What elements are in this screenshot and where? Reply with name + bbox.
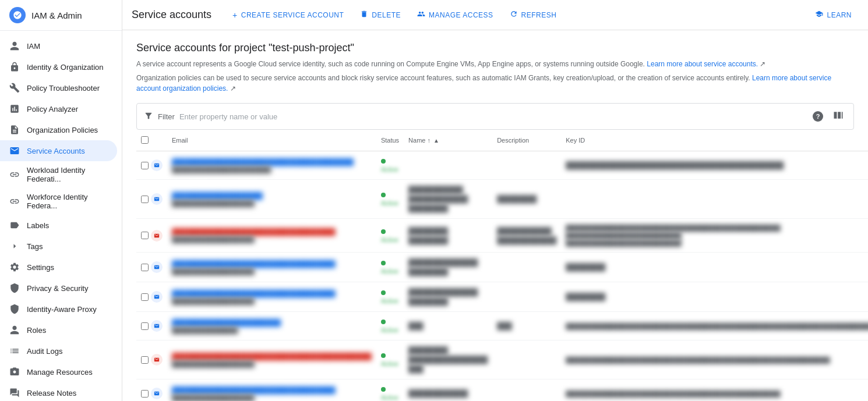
status-dot [381,261,386,265]
row-checkbox[interactable] [141,390,149,398]
sidebar-item-label: Audit Logs [27,347,62,356]
external-link2-icon: ↗ [230,84,236,93]
row-status: Active [376,253,404,282]
sidebar-item-identity-aware-proxy[interactable]: Identity-Aware Proxy [0,299,117,320]
manage-access-button[interactable]: MANAGE ACCESS [410,6,500,23]
sidebar-item-label: Release Notes [27,389,76,398]
select-all-checkbox[interactable] [141,136,149,144]
sidebar-item-label: Identity-Aware Proxy [27,305,97,314]
row-checkbox[interactable] [141,293,149,301]
row-email[interactable]: ████████████████████████████████████ ███… [167,379,376,402]
row-avatar [151,291,163,303]
table-row: ████████████████████████████████████ ███… [136,282,868,312]
status-label: Active [381,268,398,275]
status-dot [381,387,386,392]
row-email[interactable]: ████████████████████████████████████ ███… [167,253,376,282]
row-checkbox[interactable] [141,196,149,203]
delete-button[interactable]: DELETE [353,6,408,23]
row-checkbox-cell [136,379,167,402]
sidebar-item-roles[interactable]: Roles [0,320,117,340]
sidebar-item-release-notes[interactable]: Release Notes [0,382,117,401]
refresh-button[interactable]: REFRESH [503,6,564,23]
description-icon [9,125,20,135]
sidebar-item-labels[interactable]: Labels [0,215,117,236]
sidebar-item-label: Workforce Identity Federa... [27,193,108,210]
row-checkbox[interactable] [141,356,149,364]
sidebar-item-workforce-identity[interactable]: Workforce Identity Federa... [0,188,117,215]
sidebar-item-privacy-security[interactable]: Privacy & Security [0,278,117,299]
link2-icon [9,196,20,207]
sidebar-item-settings[interactable]: Settings [0,257,117,278]
sidebar-item-audit-logs[interactable]: Audit Logs [0,340,117,361]
row-email[interactable]: ████████████████████████████████████ ███… [167,219,376,253]
row-name: ███████████ ████████████ ████████ [404,180,492,219]
sidebar-item-identity-org[interactable]: Identity & Organization [0,56,117,77]
th-name[interactable]: Name ↑ ▲ [404,130,492,151]
columns-icon [832,109,844,123]
row-name: ████████████ [404,379,492,402]
row-email[interactable]: ████████████████████████ ███████████████… [167,312,376,340]
sidebar-item-org-policies[interactable]: Organization Policies [0,119,117,140]
app-title: IAM & Admin [31,10,82,20]
sidebar-item-service-accounts[interactable]: Service Accounts [0,140,117,161]
sidebar-item-iam[interactable]: IAM [0,36,117,56]
row-name: ███ [404,312,492,340]
plus-icon: + [232,10,238,20]
school-icon [815,10,823,20]
row-email[interactable]: ████████████████████████████████████ ███… [167,282,376,312]
org-description: Organization policies can be used to sec… [136,73,854,94]
learn-button[interactable]: LEARN [808,6,859,23]
row-checkbox[interactable] [141,322,149,330]
learn-more-service-accounts-link[interactable]: Learn more about service accounts. [647,60,758,68]
sidebar-nav: IAM Identity & Organization Policy Troub… [0,31,122,401]
filter-icon [144,111,153,122]
sidebar-item-workload-identity[interactable]: Workload Identity Federati... [0,161,117,188]
manage-icon [417,10,425,20]
label-icon [9,220,20,230]
create-service-account-button[interactable]: + CREATE SERVICE ACCOUNT [225,7,351,23]
delete-button-label: DELETE [372,11,401,19]
status-dot [381,193,386,197]
table-row: ████████████████████████████████████ ███… [136,379,868,402]
status-dot [381,159,386,164]
row-status: Active [376,312,404,340]
row-checkbox[interactable] [141,232,149,239]
row-checkbox[interactable] [141,264,149,271]
row-description: ███████████ ████████████ [492,219,561,253]
status-label: Active [381,360,398,367]
row-avatar [151,388,163,399]
row-checkbox[interactable] [141,162,149,169]
filter-input[interactable] [179,112,806,121]
sidebar-item-label: Privacy & Security [27,284,88,293]
row-avatar [151,193,163,205]
row-checkbox-cell [136,219,167,253]
row-name [404,151,492,180]
table-container: Email Status Name ↑ ▲ Description [136,130,854,401]
help-button[interactable]: ? [810,109,825,124]
sidebar-header: IAM & Admin [0,0,122,31]
row-name: ████████ ████████ [404,219,492,253]
sidebar-item-label: Organization Policies [27,126,98,134]
row-status: Active [376,340,404,379]
row-email[interactable]: ████████████████████████████████████████… [167,151,376,180]
sidebar-item-tags[interactable]: Tags [0,236,117,257]
manage-access-label: MANAGE ACCESS [429,11,493,19]
status-label: Active [381,327,398,333]
content-title: Service accounts for project "test-push-… [136,42,854,54]
th-email[interactable]: Email [167,130,376,151]
row-description: ████████ [492,180,561,219]
row-email[interactable]: ████████████████████ ███████████████████… [167,180,376,219]
table-row: ████████████████████████████████████ ███… [136,219,868,253]
sidebar-item-policy-analyzer[interactable]: Policy Analyzer [0,98,117,119]
shield-icon [9,283,20,293]
sidebar-item-label: Identity & Organization [27,63,104,72]
sidebar-item-manage-resources[interactable]: Manage Resources [0,361,117,382]
row-status: Active [376,282,404,312]
row-email[interactable]: ████████████████████████████████████████… [167,340,376,379]
chevron-right-icon [9,241,20,251]
th-checkbox [136,130,167,151]
sidebar-item-label: Policy Troubleshooter [27,84,100,93]
columns-button[interactable] [830,107,846,126]
settings-icon [9,262,20,272]
sidebar-item-policy-troubleshooter[interactable]: Policy Troubleshooter [0,77,117,98]
